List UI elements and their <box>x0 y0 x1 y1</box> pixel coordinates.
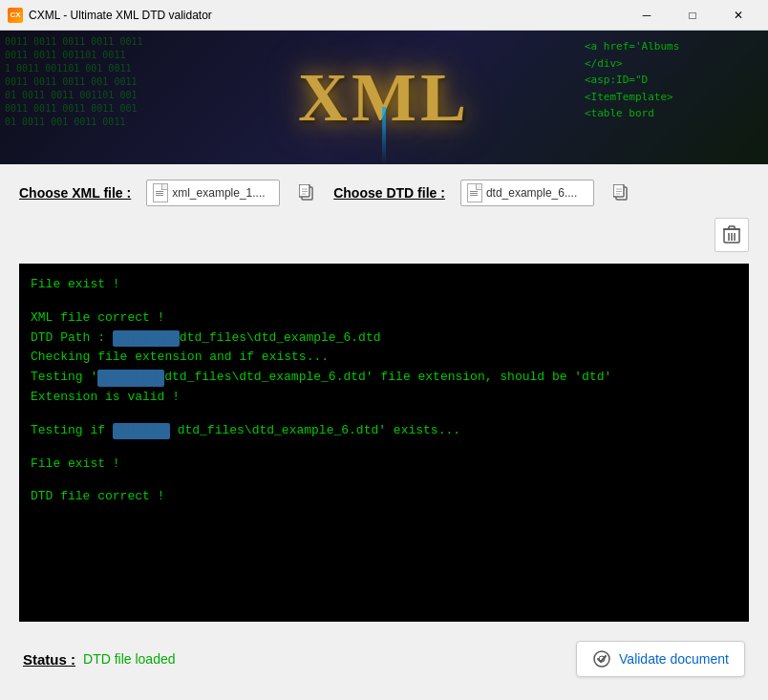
console-line-2 <box>31 295 737 308</box>
xml-file-input[interactable]: xml_example_1.... <box>146 180 280 206</box>
xml-file-icon-lines <box>156 191 163 192</box>
dtd-label: Choose DTD file : <box>333 185 445 201</box>
copy-icon <box>299 184 314 202</box>
title-bar: CX CXML - Ultimate XML DTD validator ─ □… <box>0 0 768 31</box>
dtd-file-input[interactable]: dtd_example_6.... <box>460 180 594 206</box>
file-chooser-row: Choose XML file : xml_example_1.... Choo… <box>19 180 749 206</box>
clear-button[interactable] <box>715 218 749 252</box>
redacted-3: ████████ <box>113 423 170 440</box>
main-content: Choose XML file : xml_example_1.... Choo… <box>0 164 768 700</box>
console-line-7: Extension is valid ! <box>31 388 737 408</box>
status-label: Status : <box>23 651 75 668</box>
banner-code: <a href='Albums </div> <asp:ID="D <ItemT… <box>577 31 768 164</box>
window-controls: ─ □ ✕ <box>625 1 760 30</box>
svg-rect-6 <box>613 184 624 197</box>
console-line-4: DTD Path : ██████████dtd_files\dtd_examp… <box>31 329 737 349</box>
restore-button[interactable]: □ <box>671 1 715 30</box>
xml-filename: xml_example_1.... <box>172 186 273 200</box>
dtd-file-icon-lines <box>470 191 478 192</box>
svg-rect-1 <box>299 184 309 197</box>
console-line-9: Testing if ████████ dtd_files\dtd_exampl… <box>31 421 737 441</box>
minimize-button[interactable]: ─ <box>625 1 669 30</box>
redacted-2: ██████████ <box>97 370 164 387</box>
close-button[interactable]: ✕ <box>716 1 760 30</box>
dtd-file-icon <box>467 183 482 202</box>
console-line-13: DTD file correct ! <box>31 487 737 507</box>
validate-label: Validate document <box>619 651 729 667</box>
dtd-filename: dtd_example_6.... <box>486 186 587 200</box>
xml-label: Choose XML file : <box>19 185 131 201</box>
status-bar: Status : DTD file loaded Validate docume… <box>19 633 749 685</box>
xml-copy-button[interactable] <box>295 181 318 204</box>
console-output: File exist ! XML file correct ! DTD Path… <box>19 264 749 622</box>
banner: 0011 0011 0011 0011 0011 0011 0011 00110… <box>0 31 768 164</box>
console-line-11: File exist ! <box>31 455 737 475</box>
trash-icon <box>723 225 740 244</box>
status-value: DTD file loaded <box>83 651 176 667</box>
status-section: Status : DTD file loaded <box>23 651 176 668</box>
window-title: CXML - Ultimate XML DTD validator <box>29 9 625 22</box>
console-line-5: Checking file extension and if exists... <box>31 348 737 368</box>
dtd-copy-button[interactable] <box>609 181 632 204</box>
console-line-8 <box>31 408 737 421</box>
console-line-3: XML file correct ! <box>31 308 737 329</box>
banner-beam <box>382 107 386 164</box>
xml-file-icon <box>153 183 168 202</box>
console-line-1: File exist ! <box>31 275 737 295</box>
console-line-12 <box>31 474 737 487</box>
validate-icon <box>592 649 611 668</box>
toolbar-row <box>19 218 749 252</box>
redacted-1: ██████████ <box>113 330 180 348</box>
app-icon: CX <box>8 8 23 23</box>
console-line-10 <box>31 441 737 455</box>
validate-button[interactable]: Validate document <box>576 641 745 677</box>
svg-point-18 <box>594 651 609 667</box>
console-line-6: Testing '██████████dtd_files\dtd_example… <box>31 368 737 388</box>
dtd-copy-icon <box>613 184 629 202</box>
